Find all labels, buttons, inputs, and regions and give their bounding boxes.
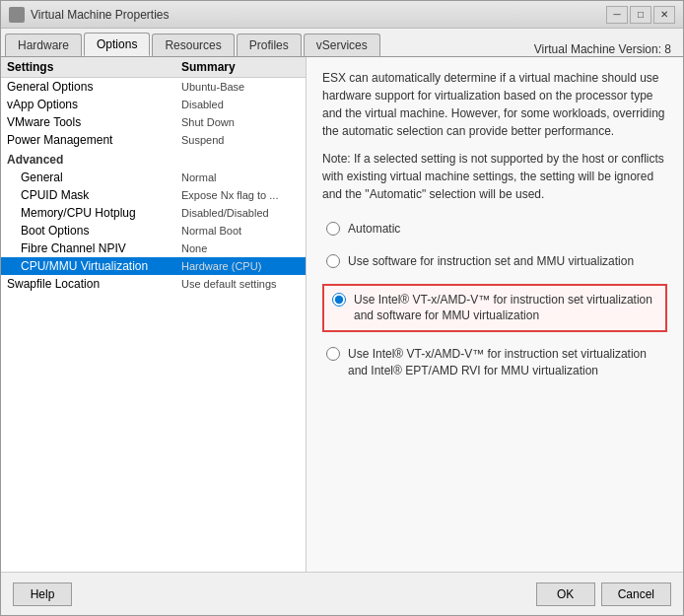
settings-label-general: General — [7, 171, 181, 184]
radio-label-software-instruction: Use software for instruction set and MMU… — [348, 253, 634, 270]
radio-option-intel-vt-software-mmu[interactable]: Use Intel® VT-x/AMD-V™ for instruction s… — [322, 284, 667, 333]
settings-label-fibre-channel-npiv: Fibre Channel NPIV — [7, 241, 181, 255]
settings-list: General OptionsUbuntu-BasevApp OptionsDi… — [1, 78, 306, 293]
settings-label-vapp-options: vApp Options — [7, 98, 181, 111]
settings-label-general-options: General Options — [7, 80, 181, 94]
radio-option-intel-vt-ept-rvi[interactable]: Use Intel® VT-x/AMD-V™ for instruction s… — [322, 344, 667, 381]
settings-summary-cpuid-mask: Expose Nx flag to ... — [181, 189, 300, 201]
tab-profiles[interactable]: Profiles — [237, 34, 302, 56]
tab-vservices[interactable]: vServices — [304, 34, 380, 56]
settings-row-fibre-channel-npiv[interactable]: Fibre Channel NPIVNone — [1, 240, 306, 257]
tab-hardware[interactable]: Hardware — [5, 34, 82, 56]
vm-version-label: Virtual Machine Version: 8 — [534, 42, 671, 56]
bottom-bar: Help OK Cancel — [1, 572, 683, 615]
bottom-right-buttons: OK Cancel — [536, 582, 671, 606]
summary-col-header: Summary — [181, 60, 300, 74]
maximize-button[interactable]: □ — [630, 6, 651, 24]
settings-label-memory-cpu-hotplug: Memory/CPU Hotplug — [7, 206, 181, 220]
settings-row-general[interactable]: GeneralNormal — [1, 169, 306, 186]
description-text-1: ESX can automatically determine if a vir… — [322, 69, 667, 140]
radio-section: AutomaticUse software for instruction se… — [322, 219, 667, 381]
settings-summary-general: Normal — [181, 171, 300, 183]
settings-row-memory-cpu-hotplug[interactable]: Memory/CPU HotplugDisabled/Disabled — [1, 204, 306, 222]
settings-row-vapp-options[interactable]: vApp OptionsDisabled — [1, 96, 306, 113]
settings-label-cpu-mmu-virtualization: CPU/MMU Virtualization — [7, 259, 181, 273]
left-panel-header: Settings Summary — [1, 57, 306, 78]
settings-label-advanced-group: Advanced — [7, 153, 181, 167]
help-button[interactable]: Help — [13, 582, 72, 606]
radio-input-software-instruction[interactable] — [326, 254, 340, 268]
settings-summary-power-management: Suspend — [181, 134, 300, 146]
ok-button[interactable]: OK — [536, 582, 595, 606]
description-text-2: Note: If a selected setting is not suppo… — [322, 150, 667, 203]
settings-summary-memory-cpu-hotplug: Disabled/Disabled — [181, 207, 300, 219]
settings-row-cpuid-mask[interactable]: CPUID MaskExpose Nx flag to ... — [1, 186, 306, 204]
title-bar: Virtual Machine Properties ─ □ ✕ — [1, 1, 683, 29]
radio-input-intel-vt-ept-rvi[interactable] — [326, 347, 340, 361]
main-content: Settings Summary General OptionsUbuntu-B… — [1, 57, 683, 572]
settings-row-swapfile-location[interactable]: Swapfile LocationUse default settings — [1, 275, 306, 293]
radio-label-intel-vt-software-mmu: Use Intel® VT-x/AMD-V™ for instruction s… — [354, 292, 657, 325]
radio-input-automatic[interactable] — [326, 222, 340, 236]
radio-option-software-instruction[interactable]: Use software for instruction set and MMU… — [322, 251, 667, 272]
radio-input-intel-vt-software-mmu[interactable] — [332, 293, 346, 307]
settings-summary-general-options: Ubuntu-Base — [181, 81, 300, 93]
window-controls: ─ □ ✕ — [606, 6, 675, 24]
radio-option-automatic[interactable]: Automatic — [322, 219, 667, 240]
minimize-button[interactable]: ─ — [606, 6, 628, 24]
settings-summary-boot-options: Normal Boot — [181, 225, 300, 237]
tab-options[interactable]: Options — [84, 33, 150, 56]
settings-summary-swapfile-location: Use default settings — [181, 278, 300, 290]
settings-row-power-management[interactable]: Power ManagementSuspend — [1, 131, 306, 149]
right-panel: ESX can automatically determine if a vir… — [307, 57, 683, 572]
tab-resources[interactable]: Resources — [152, 34, 234, 56]
settings-summary-fibre-channel-npiv: None — [181, 242, 300, 254]
settings-summary-cpu-mmu-virtualization: Hardware (CPU) — [181, 260, 300, 272]
radio-label-intel-vt-ept-rvi: Use Intel® VT-x/AMD-V™ for instruction s… — [348, 346, 663, 379]
radio-label-automatic: Automatic — [348, 221, 400, 238]
settings-label-vmware-tools: VMware Tools — [7, 115, 181, 129]
settings-col-header: Settings — [7, 60, 181, 74]
app-icon — [9, 7, 25, 23]
settings-label-swapfile-location: Swapfile Location — [7, 277, 181, 291]
settings-label-boot-options: Boot Options — [7, 224, 181, 238]
cancel-button[interactable]: Cancel — [601, 582, 671, 606]
tabs-bar: Hardware Options Resources Profiles vSer… — [1, 29, 683, 57]
main-window: Virtual Machine Properties ─ □ ✕ Hardwar… — [0, 0, 684, 616]
left-panel: Settings Summary General OptionsUbuntu-B… — [1, 57, 307, 572]
settings-row-boot-options[interactable]: Boot OptionsNormal Boot — [1, 222, 306, 240]
settings-label-power-management: Power Management — [7, 133, 181, 147]
settings-row-cpu-mmu-virtualization[interactable]: CPU/MMU VirtualizationHardware (CPU) — [1, 257, 306, 275]
radio-options-list: AutomaticUse software for instruction se… — [322, 219, 667, 381]
close-button[interactable]: ✕ — [653, 6, 675, 24]
tabs-row: Hardware Options Resources Profiles vSer… — [5, 33, 683, 56]
settings-summary-vapp-options: Disabled — [181, 99, 300, 110]
settings-row-general-options[interactable]: General OptionsUbuntu-Base — [1, 78, 306, 96]
settings-label-cpuid-mask: CPUID Mask — [7, 188, 181, 202]
settings-summary-vmware-tools: Shut Down — [181, 116, 300, 128]
window-title: Virtual Machine Properties — [31, 8, 606, 22]
settings-row-vmware-tools[interactable]: VMware ToolsShut Down — [1, 113, 306, 131]
settings-row-advanced-group: Advanced — [1, 149, 306, 169]
